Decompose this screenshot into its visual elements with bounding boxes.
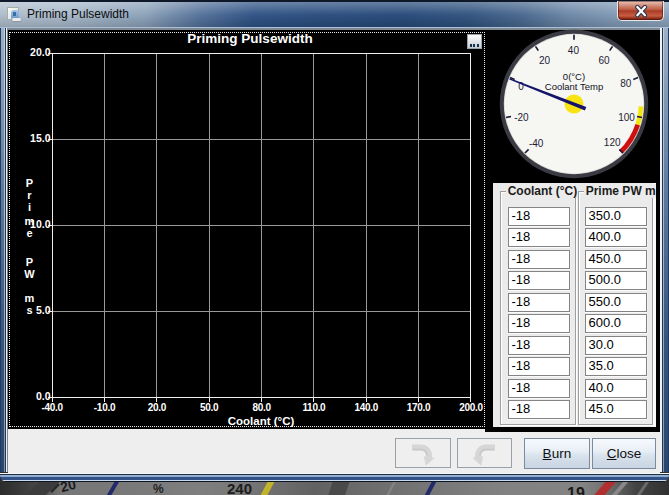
svg-text:-20: -20 (514, 112, 529, 123)
svg-text:120: 120 (604, 137, 621, 148)
svg-text:80: 80 (620, 78, 632, 89)
svg-text:20: 20 (539, 55, 551, 66)
svg-text:100: 100 (618, 112, 635, 123)
svg-text:Coolant Temp: Coolant Temp (545, 81, 603, 92)
svg-text:40: 40 (568, 45, 580, 56)
svg-text:-40: -40 (529, 138, 544, 149)
svg-text:60: 60 (598, 55, 610, 66)
